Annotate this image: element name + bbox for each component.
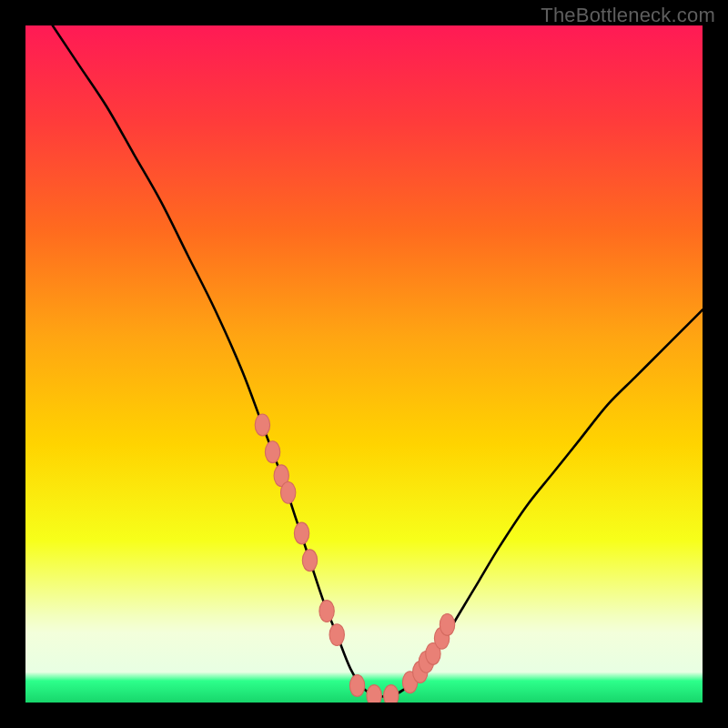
plot-area bbox=[25, 25, 703, 703]
marker-point bbox=[367, 685, 381, 703]
marker-point bbox=[280, 481, 295, 503]
marker-point bbox=[440, 614, 454, 636]
marker-point bbox=[384, 685, 399, 703]
bottleneck-chart bbox=[25, 25, 703, 703]
marker-point bbox=[265, 441, 279, 463]
gradient-background bbox=[25, 25, 703, 703]
marker-point bbox=[329, 624, 344, 646]
marker-point bbox=[255, 414, 269, 436]
watermark-text: TheBottleneck.com bbox=[541, 4, 715, 27]
chart-frame: TheBottleneck.com bbox=[0, 0, 728, 728]
marker-point bbox=[302, 550, 317, 571]
marker-point bbox=[349, 674, 364, 696]
marker-point bbox=[319, 601, 334, 622]
marker-point bbox=[294, 522, 308, 544]
